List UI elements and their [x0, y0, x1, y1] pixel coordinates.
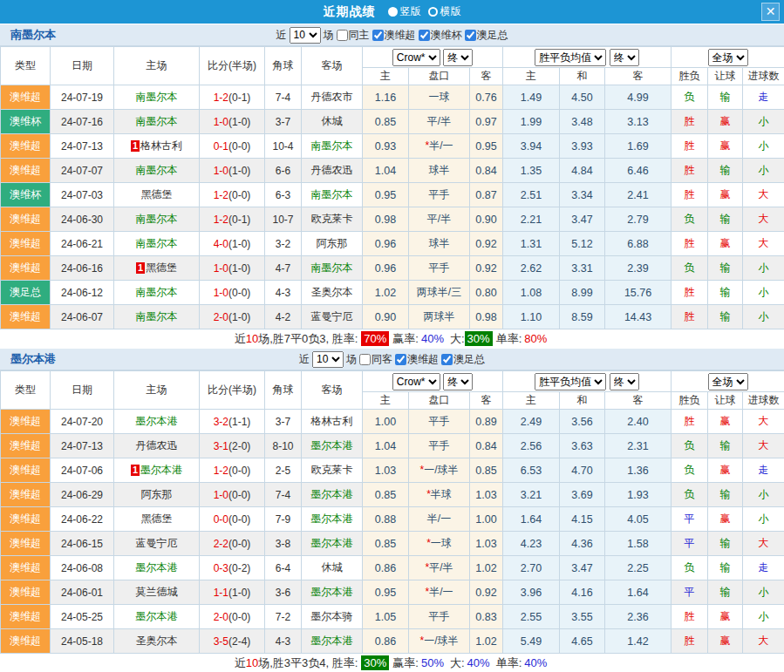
scope-select[interactable]: 全场 — [708, 49, 748, 66]
league-badge: 澳足总 — [1, 281, 51, 305]
avg-away: 2.40 — [605, 410, 672, 434]
match-count-select[interactable]: 10 — [290, 27, 321, 44]
scope-select[interactable]: 全场 — [708, 373, 748, 390]
match-row: 澳维杯24-07-16南墨尔本1-0(1-0)3-7休城0.85平/半0.971… — [1, 110, 784, 134]
league-filter-checkbox-label[interactable]: 澳足总 — [441, 352, 485, 367]
league-badge: 澳维超 — [1, 85, 51, 110]
odds-company-select[interactable]: Crow* — [392, 373, 440, 390]
summary-stat: 大:40% — [450, 656, 493, 669]
avg-draw: 8.99 — [560, 281, 605, 305]
league-filter-checkbox[interactable] — [441, 354, 453, 365]
avg-home: 1.99 — [503, 110, 560, 134]
corners: 4-3 — [265, 281, 302, 305]
away-team: 墨尔本港 — [302, 507, 363, 532]
team-name: 南墨尔本 — [10, 27, 56, 43]
vertical-layout-radio[interactable] — [388, 7, 398, 17]
league-filter-checkbox-label[interactable]: 澳维杯 — [419, 28, 462, 43]
match-row: 澳维超24-06-01莫兰德城1-1(1-0)3-6墨尔本港0.95*半/一0.… — [1, 580, 784, 605]
league-badge: 澳维超 — [1, 232, 51, 256]
avg-draw: 8.59 — [560, 305, 605, 329]
same-venue-checkbox-label[interactable]: 同主 — [337, 28, 370, 43]
summary-stat-value: 80% — [522, 331, 549, 346]
avg-home: 1.35 — [503, 159, 560, 183]
result-wdl: 胜 — [672, 605, 708, 629]
handicap-change-star: * — [426, 488, 431, 500]
summary-stat-label: 单率: — [496, 656, 522, 669]
league-filter-checkbox[interactable] — [372, 30, 384, 41]
result-handicap: 赢 — [708, 507, 743, 532]
avg-type-select[interactable]: 胜平负均值 — [535, 373, 606, 390]
col-header-score: 比分(半场) — [200, 47, 265, 85]
summary-text: 近 — [235, 332, 246, 345]
match-date: 24-05-25 — [51, 605, 114, 629]
handicap-change-star: * — [419, 464, 424, 476]
avg-home: 2.70 — [503, 556, 560, 580]
result-goals: 小 — [743, 110, 784, 134]
away-team: 墨尔本港 — [302, 629, 363, 654]
league-filter-checkbox[interactable] — [395, 354, 406, 365]
home-odds: 0.95 — [363, 580, 409, 605]
avg-type-select[interactable]: 胜平负均值 — [535, 49, 606, 66]
away-team: 墨尔本港 — [302, 483, 363, 507]
home-odds: 1.04 — [363, 434, 409, 458]
handicap: 一球 — [409, 85, 470, 110]
horizontal-layout-label[interactable]: 横版 — [440, 4, 461, 19]
same-venue-checkbox[interactable] — [359, 354, 371, 365]
odds-time-select[interactable]: 终 — [443, 49, 473, 66]
match-date: 24-07-13 — [51, 434, 114, 458]
summary-stat-value: 50% — [419, 655, 447, 670]
sub-header-goals: 进球数 — [743, 68, 784, 85]
vertical-layout-label[interactable]: 竖版 — [400, 4, 421, 19]
home-odds: 0.95 — [363, 183, 409, 207]
summary-stat-value: 40% — [419, 331, 447, 346]
same-venue-checkbox[interactable] — [337, 30, 348, 41]
handicap: 平/半 — [409, 207, 470, 232]
away-team: 蓝曼宁厄 — [302, 305, 363, 329]
summary-text: 10 — [246, 332, 258, 345]
col-header-home: 主场 — [114, 371, 200, 410]
sub-header-away-odds: 客 — [470, 392, 503, 410]
close-button[interactable]: ✕ — [761, 3, 780, 21]
match-count-select[interactable]: 10 — [312, 351, 344, 368]
league-badge: 澳维超 — [1, 410, 51, 434]
horizontal-layout-radio[interactable] — [428, 7, 438, 17]
handicap: 平手 — [409, 434, 470, 458]
odds-time-select[interactable]: 终 — [443, 373, 473, 390]
league-badge: 澳维超 — [1, 605, 51, 629]
league-filter-checkbox[interactable] — [465, 30, 476, 41]
result-group-header: 全场 — [672, 47, 784, 68]
sub-header-avg-home: 主 — [503, 68, 560, 85]
avg-group-header: 胜平负均值 终 — [503, 371, 672, 392]
league-filter-checkbox-label[interactable]: 澳维超 — [395, 352, 439, 367]
league-filter-checkbox[interactable] — [419, 30, 430, 41]
corners: 4-3 — [265, 629, 302, 654]
results-table: 类型 日期 主场 比分(半场) 角球 客场 Crow* 终 胜平负均值 终 全场 — [0, 46, 784, 329]
result-handicap: 赢 — [708, 410, 743, 434]
league-filter-checkbox-label[interactable]: 澳足总 — [465, 28, 508, 43]
avg-home: 3.96 — [503, 580, 560, 605]
avg-time-select[interactable]: 终 — [610, 373, 639, 390]
home-team: 黑德堡 — [114, 183, 200, 207]
league-badge: 澳维超 — [1, 134, 51, 159]
match-row: 澳维超24-06-29阿东那1-0(0-0)7-4墨尔本港0.85*半球1.03… — [1, 483, 784, 507]
avg-draw: 3.34 — [560, 183, 605, 207]
result-wdl: 胜 — [672, 305, 708, 329]
score: 1-0(1-0) — [200, 256, 265, 281]
league-filter-checkbox-label[interactable]: 澳维超 — [372, 28, 416, 43]
corners: 6-6 — [265, 159, 302, 183]
avg-away: 15.76 — [605, 281, 672, 305]
match-date: 24-06-16 — [51, 256, 114, 281]
home-odds: 0.88 — [363, 507, 409, 532]
result-goals: 小 — [743, 281, 784, 305]
handicap: 平手 — [409, 183, 470, 207]
summary-stat: 赢率:50% — [392, 656, 447, 669]
away-team: 欧克莱卡 — [302, 458, 363, 483]
match-date: 24-07-07 — [51, 159, 114, 183]
odds-company-select[interactable]: Crow* — [392, 49, 440, 66]
avg-time-select[interactable]: 终 — [610, 49, 639, 66]
avg-draw: 3.63 — [560, 434, 605, 458]
same-venue-checkbox-label[interactable]: 同客 — [359, 352, 392, 367]
avg-draw: 3.48 — [560, 110, 605, 134]
avg-away: 2.79 — [605, 207, 672, 232]
handicap: 球半 — [409, 159, 470, 183]
